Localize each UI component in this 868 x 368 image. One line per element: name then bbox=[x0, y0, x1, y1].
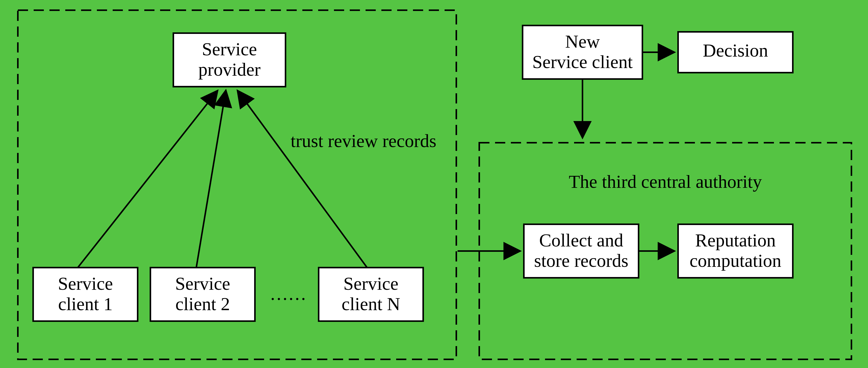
service-client-n-label-l1: Service bbox=[343, 273, 398, 294]
service-client-n-box: Service client N bbox=[319, 268, 423, 321]
authority-title-label: The third central authority bbox=[569, 172, 762, 192]
service-client-n-label-l2: client N bbox=[342, 294, 400, 314]
service-provider-box: Service provider bbox=[173, 33, 285, 87]
diagram-canvas: Service provider trust review records Se… bbox=[0, 0, 868, 368]
decision-box: Decision bbox=[678, 32, 793, 73]
collect-store-label-l1: Collect and bbox=[539, 230, 623, 250]
arrow-clientn-provider bbox=[238, 92, 367, 268]
trust-review-records-label: trust review records bbox=[290, 131, 436, 151]
new-service-client-box: New Service client bbox=[523, 26, 642, 79]
arrow-client1-provider bbox=[78, 92, 217, 268]
arrow-client2-provider bbox=[196, 92, 226, 268]
service-provider-label-line1: Service bbox=[202, 39, 257, 59]
decision-label: Decision bbox=[703, 40, 768, 61]
service-client-2-box: Service client 2 bbox=[150, 268, 255, 321]
reputation-box: Reputation computation bbox=[678, 224, 793, 278]
reputation-label-l1: Reputation bbox=[695, 230, 776, 250]
service-client-1-box: Service client 1 bbox=[33, 268, 138, 321]
reputation-label-l2: computation bbox=[689, 250, 781, 271]
service-client-1-label-l1: Service bbox=[58, 273, 113, 294]
collect-store-box: Collect and store records bbox=[524, 224, 639, 278]
new-service-client-label-l1: New bbox=[565, 31, 600, 52]
service-client-2-label-l1: Service bbox=[175, 273, 230, 294]
ellipsis-label: …… bbox=[270, 284, 306, 304]
new-service-client-label-l2: Service client bbox=[532, 52, 633, 72]
collect-store-label-l2: store records bbox=[534, 250, 628, 271]
service-client-1-label-l2: client 1 bbox=[58, 294, 113, 314]
service-provider-label-line2: provider bbox=[198, 59, 260, 80]
service-client-2-label-l2: client 2 bbox=[175, 294, 230, 314]
